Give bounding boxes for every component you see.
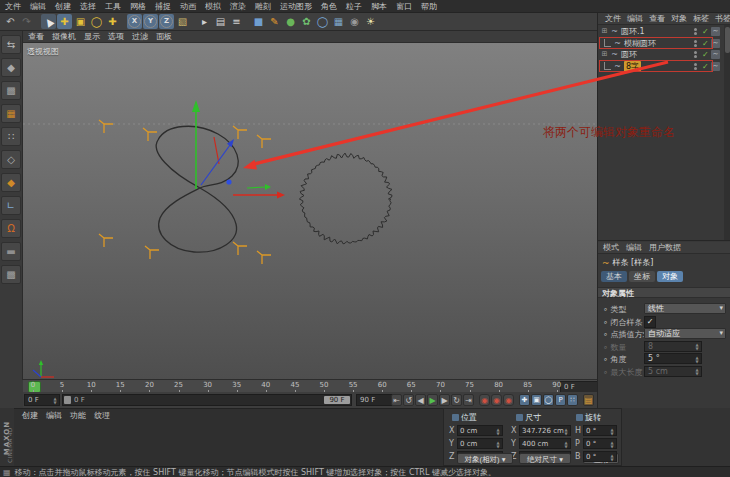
deformer-button[interactable]: ✿: [299, 14, 314, 29]
render-visibility-dot[interactable]: [694, 55, 697, 58]
object-manager-menu-item[interactable]: 编辑: [627, 13, 643, 24]
app-menu-item[interactable]: 文件: [5, 1, 21, 12]
render-view-button[interactable]: ▸: [197, 14, 212, 29]
loop-forward-button[interactable]: ↻: [451, 394, 462, 406]
attribute-manager-menu-item[interactable]: 模式: [603, 242, 619, 253]
stepper-arrows[interactable]: ▲▼: [495, 440, 501, 449]
gizmo-plane-handle[interactable]: [247, 184, 271, 190]
object-manager-menu-item[interactable]: 对象: [671, 13, 687, 24]
spline-primitive-button[interactable]: ◯: [315, 14, 330, 29]
app-menu-item[interactable]: 捕捉: [155, 1, 171, 12]
range-end-handle[interactable]: 90 F: [324, 396, 350, 404]
key-pla-button[interactable]: ∷: [567, 394, 578, 406]
app-menu-item[interactable]: 网格: [130, 1, 146, 12]
stepper-arrows[interactable]: ▲▼: [694, 355, 700, 364]
scrollbar-thumb[interactable]: [725, 27, 730, 53]
material-manager-menu-item[interactable]: 编辑: [46, 410, 62, 421]
position-field[interactable]: 0 cm▲▼: [457, 425, 503, 436]
attribute-dropdown[interactable]: 自动适应▾: [644, 328, 726, 339]
light-button[interactable]: ☀: [363, 14, 378, 29]
environment-button[interactable]: ▦: [331, 14, 346, 29]
app-menu-item[interactable]: 雕刻: [255, 1, 271, 12]
object-manager-menu-item[interactable]: 标签: [693, 13, 709, 24]
goto-end-button[interactable]: ⇥: [463, 394, 474, 406]
lock-z-button[interactable]: Z: [159, 14, 174, 29]
spline-tag-icon[interactable]: ~: [711, 27, 720, 36]
polygons-mode-button[interactable]: ◆: [1, 173, 21, 192]
object-name[interactable]: 圆环.1: [621, 26, 645, 37]
range-start-handle[interactable]: [64, 396, 71, 404]
render-picture-viewer-button[interactable]: ▤: [213, 14, 228, 29]
stepper-arrows[interactable]: ▲▼: [563, 427, 569, 436]
object-manager-menu-item[interactable]: 查看: [649, 13, 665, 24]
rotation-field[interactable]: 0 °▲▼: [583, 438, 617, 449]
coordinate-system-button[interactable]: ▧: [175, 14, 190, 29]
live-selection-button[interactable]: ▲: [41, 14, 56, 29]
object-manager-scrollbar[interactable]: [724, 25, 730, 240]
camera-button[interactable]: ◉: [347, 14, 362, 29]
undo-button[interactable]: ↶: [3, 14, 18, 29]
edges-mode-button[interactable]: ◇: [1, 150, 21, 169]
move-button[interactable]: ✚: [57, 14, 72, 29]
key-position-button[interactable]: ✚: [519, 394, 530, 406]
tab-对象[interactable]: 对象: [657, 271, 683, 282]
autokeying-button[interactable]: ◉: [491, 394, 502, 406]
material-manager-menu-item[interactable]: 纹理: [94, 410, 110, 421]
object-manager-menu-item[interactable]: 书签: [715, 13, 730, 24]
attribute-manager-menu-item[interactable]: 编辑: [626, 242, 642, 253]
app-menu-item[interactable]: 渲染: [230, 1, 246, 12]
visibility-dots[interactable]: [694, 51, 697, 58]
rotation-field[interactable]: 0 °▲▼: [583, 425, 617, 436]
visibility-dots[interactable]: [694, 28, 697, 35]
stepper-arrows[interactable]: ▲▼: [609, 453, 615, 462]
viewport-menu-item[interactable]: 选项: [108, 31, 124, 42]
viewport[interactable]: 查看摄像机显示选项过滤面板 透视视图: [23, 31, 598, 379]
attribute-manager-menu-item[interactable]: 用户数据: [649, 242, 681, 253]
figure8-spline[interactable]: [156, 126, 238, 252]
coordinate-mode-dropdown[interactable]: 对象(相对) ▾: [457, 453, 513, 464]
stepper-arrows[interactable]: ▲▼: [609, 427, 615, 436]
rough-circle-spline[interactable]: [299, 153, 392, 244]
enable-snap-button[interactable]: Ω: [1, 219, 21, 238]
tab-坐标[interactable]: 坐标: [629, 271, 655, 282]
points-mode-button[interactable]: ∷: [1, 127, 21, 146]
prev-key-button[interactable]: ◀: [415, 394, 426, 406]
goto-start-button[interactable]: ⇤: [391, 394, 402, 406]
workplane-button[interactable]: ▬: [1, 242, 21, 261]
keyframe-selection-button[interactable]: ◉: [503, 394, 514, 406]
tab-基本[interactable]: 基本: [601, 271, 627, 282]
attribute-value-field[interactable]: 5 °▲▼: [644, 353, 702, 364]
texture-mode-button[interactable]: ▩: [1, 81, 21, 100]
selected-spline-point[interactable]: [226, 179, 231, 184]
viewport-canvas[interactable]: [23, 43, 597, 379]
scale-button[interactable]: ▣: [73, 14, 88, 29]
record-keyframe-button[interactable]: ◉: [479, 394, 490, 406]
stepper-arrows[interactable]: ▲▼: [495, 427, 501, 436]
object-manager-menu-item[interactable]: 文件: [605, 13, 621, 24]
loop-backward-button[interactable]: ↺: [403, 394, 414, 406]
material-manager-menu-item[interactable]: 功能: [70, 410, 86, 421]
app-menu-item[interactable]: 编辑: [30, 1, 46, 12]
rotation-field[interactable]: 0 °▲▼: [583, 451, 617, 462]
model-mode-button[interactable]: ◆: [1, 58, 21, 77]
app-menu-item[interactable]: 运动图形: [280, 1, 312, 12]
stepper-arrows[interactable]: ▲▼: [563, 440, 569, 449]
editor-visibility-dot[interactable]: [694, 51, 697, 54]
workplane-paint-button[interactable]: ▦: [1, 104, 21, 123]
redo-button[interactable]: ↷: [19, 14, 34, 29]
subdivision-surface-button[interactable]: ●: [283, 14, 298, 29]
app-menu-item[interactable]: 粒子: [346, 1, 362, 12]
next-key-button[interactable]: ▶: [439, 394, 450, 406]
size-field[interactable]: 400 cm▲▼: [519, 438, 571, 449]
attribute-checkbox[interactable]: ✓: [644, 316, 656, 328]
stepper-arrows[interactable]: ▲▼: [609, 440, 615, 449]
app-menu-item[interactable]: 工具: [105, 1, 121, 12]
app-menu-item[interactable]: 脚本: [371, 1, 387, 12]
object-manager-row[interactable]: ⊞~圆环✓~: [598, 49, 724, 60]
position-field[interactable]: 0 cm▲▼: [457, 438, 503, 449]
make-editable-button[interactable]: ⇆: [1, 35, 21, 54]
attribute-dropdown[interactable]: 线性▾: [644, 303, 726, 314]
expand-toggle-icon[interactable]: ⊞: [601, 51, 608, 58]
app-menu-item[interactable]: 动画: [180, 1, 196, 12]
editor-visibility-dot[interactable]: [694, 28, 697, 31]
